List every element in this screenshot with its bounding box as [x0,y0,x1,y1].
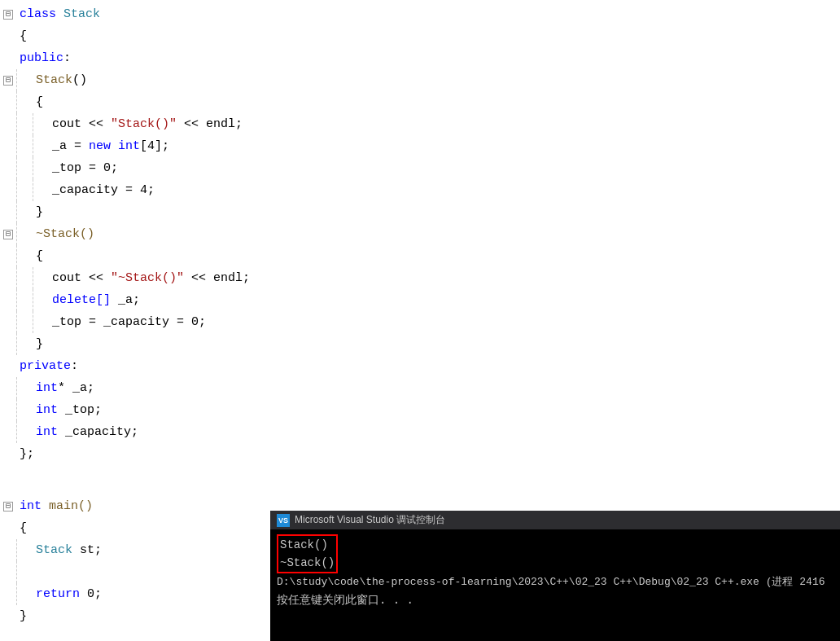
token: int [36,381,58,395]
token: << [89,271,111,285]
token: _top; [58,403,102,417]
token: public [20,51,63,65]
token: } [20,609,27,623]
token: new [89,139,118,153]
console-title: Microsoft Visual Studio 调试控制台 [295,513,445,527]
code-line: ⊟~Stack() [0,223,840,245]
code-line: { [0,245,840,267]
indent-guide [16,267,33,289]
code-line: cout << "~Stack()" << endl; [0,267,840,289]
console-window: VS Microsoft Visual Studio 调试控制台 Stack()… [270,511,840,641]
code-line: { [0,25,840,47]
code-text: Stack st; [33,539,102,561]
code-line: } [0,333,840,355]
token: st; [80,543,102,557]
code-line: ⊟Stack() [0,69,840,91]
token: _a [52,139,74,153]
console-prompt: 按任意键关闭此窗口. . . [277,591,833,609]
token: return [36,587,87,601]
code-line: private: [0,355,840,377]
code-text: }; [16,443,34,465]
code-line: } [0,201,840,223]
token: _a; [118,293,140,307]
token: _top [52,315,89,329]
indent-guide [16,333,33,355]
code-text: ~Stack() [33,223,94,245]
token: << [89,117,111,131]
code-text: _capacity = 4; [49,179,155,201]
token: cout [52,271,89,285]
fold-icon[interactable]: ⊟ [3,502,13,511]
code-text: delete[] _a; [49,289,140,311]
indent-guide [16,399,33,421]
indent-guide [16,561,33,583]
code-line: cout << "Stack()" << endl; [0,113,840,135]
code-line: int _capacity; [0,421,840,443]
code-line: public: [0,47,840,69]
code-text: int _top; [33,399,102,421]
token: int [36,403,58,417]
token: << endl; [184,271,250,285]
token: : [63,51,71,65]
token: = [74,139,89,153]
token: [4]; [140,139,169,153]
token: = 0; [89,161,118,175]
token: Stack [63,7,100,21]
token: * _a; [58,381,94,395]
console-body: Stack() ~Stack() D:\study\code\the-proce… [270,529,840,614]
code-text: int _capacity; [33,421,138,443]
code-line: int* _a; [0,377,840,399]
code-text: Stack() [33,69,87,91]
token: int [118,139,140,153]
code-text: { [16,517,27,539]
console-highlight: Stack() ~Stack() [277,534,338,573]
code-line: delete[] _a; [0,289,840,311]
indent-guide [16,377,33,399]
token: _top [52,161,89,175]
code-text: { [33,245,43,267]
token: delete[] [52,293,118,307]
token: "Stack()" [111,117,177,131]
fold-icon[interactable]: ⊟ [3,230,13,239]
indent-guide [16,179,33,201]
indent-guide [16,289,33,311]
indent-guide [16,157,33,179]
code-text: private: [16,355,78,377]
token: { [20,521,27,535]
token: private [20,359,71,373]
token: ~Stack() [36,227,94,241]
fold-icon[interactable]: ⊟ [3,10,13,20]
indent-guide [33,289,49,311]
code-line: _top = 0; [0,157,840,179]
token: cout [52,117,89,131]
token: Stack [36,543,80,557]
code-text: { [33,91,43,113]
token: Stack [36,73,72,87]
token: { [36,249,43,263]
fold-gutter: ⊟ [0,76,16,86]
code-text: public: [16,47,71,69]
indent-guide [16,201,33,223]
token: _capacity; [58,425,138,439]
console-titlebar: VS Microsoft Visual Studio 调试控制台 [270,511,840,529]
fold-gutter: ⊟ [0,10,16,20]
token: : [71,359,78,373]
code-text: _top = _capacity = 0; [49,311,206,333]
code-line: int _top; [0,399,840,421]
indent-guide [16,539,33,561]
token: () [72,73,87,87]
code-editor: ⊟class Stack{public:⊟Stack(){cout << "St… [0,0,840,641]
token: } [36,337,43,351]
indent-guide [16,91,33,113]
token: = 4; [125,183,155,197]
indent-guide [16,583,33,605]
fold-gutter: ⊟ [0,502,16,511]
fold-icon[interactable]: ⊟ [3,76,13,86]
code-line: _a = new int[4]; [0,135,840,157]
token: }; [20,447,34,461]
indent-guide [33,113,49,135]
code-text: _a = new int[4]; [49,135,169,157]
code-text: { [16,25,27,47]
code-text: return 0; [33,583,102,605]
indent-guide [33,179,49,201]
